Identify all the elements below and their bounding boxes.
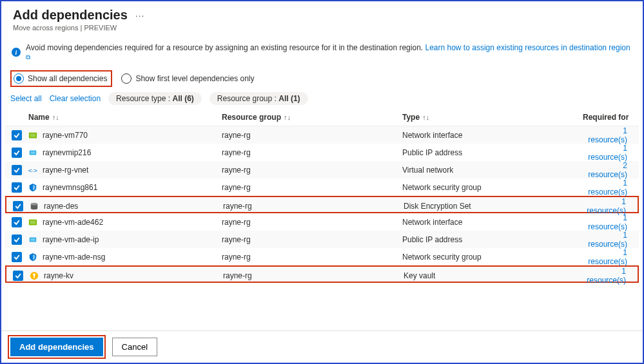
table-row[interactable]: raynevmip216 rayne-rg Public IP address … — [5, 144, 639, 161]
table-row[interactable]: rayne-vm-ade-ip rayne-rg Public IP addre… — [5, 231, 639, 248]
pip-icon — [28, 148, 37, 157]
row-type: Public IP address — [402, 235, 583, 244]
filter-row: Select all Clear selection Resource type… — [10, 92, 634, 105]
row-checkbox[interactable] — [12, 148, 22, 158]
row-checkbox[interactable] — [13, 271, 23, 281]
row-resource-group: rayne-rg — [222, 253, 402, 262]
row-checkbox[interactable] — [12, 235, 22, 245]
row-checkbox[interactable] — [12, 252, 22, 262]
radio-show-first-level[interactable]: Show first level dependencies only — [121, 73, 254, 84]
table-row[interactable]: rayne-vm-ade462 rayne-rg Network interfa… — [5, 213, 639, 231]
row-required-for-link[interactable]: 1 resource(s) — [583, 126, 632, 144]
row-type: Virtual network — [402, 166, 583, 175]
row-resource-group: rayne-rg — [222, 218, 402, 227]
row-name-cell: rayne-vm-ade462 — [28, 218, 222, 227]
row-name: raynevmip216 — [43, 148, 91, 157]
row-name-cell: rayne-kv — [30, 271, 223, 280]
sort-icon: ↑↓ — [422, 113, 429, 121]
info-icon: i — [12, 48, 21, 57]
table-row[interactable]: rayne-vm-ade-nsg rayne-rg Network securi… — [5, 248, 639, 265]
add-dependencies-panel: Add dependencies ··· Move across regions… — [0, 0, 644, 364]
svg-rect-9 — [31, 238, 35, 241]
col-resource-group[interactable]: Resource group↑↓ — [222, 113, 402, 122]
row-resource-group: rayne-rg — [222, 131, 402, 140]
row-type: Network interface — [402, 131, 583, 140]
svg-rect-3 — [31, 151, 35, 154]
row-resource-group: rayne-rg — [222, 235, 402, 244]
row-required-for-link[interactable]: 1 resource(s) — [583, 213, 632, 231]
row-name: rayne-kv — [44, 271, 73, 280]
row-required-for-link[interactable]: 2 resource(s) — [583, 161, 632, 179]
row-required-for-link[interactable]: 1 resource(s) — [584, 197, 631, 215]
more-icon[interactable]: ··· — [135, 10, 145, 21]
nic-icon — [28, 131, 37, 140]
table-row[interactable]: <·> rayne-rg-vnet rayne-rg Virtual netwo… — [5, 161, 639, 178]
row-required-for-link[interactable]: 1 resource(s) — [583, 231, 632, 249]
row-checkbox[interactable] — [13, 201, 23, 211]
row-checkbox[interactable] — [12, 217, 22, 227]
row-resource-group: rayne-rg — [222, 183, 402, 192]
svg-rect-7 — [30, 220, 36, 224]
row-checkbox[interactable] — [12, 182, 22, 193]
filter-resource-group[interactable]: Resource group : All (1) — [210, 92, 308, 105]
row-required-for-link[interactable]: 1 resource(s) — [583, 248, 632, 266]
table-row[interactable]: rayne-des rayne-rg Disk Encryption Set 1… — [5, 196, 639, 213]
sort-icon: ↑↓ — [284, 113, 291, 121]
radio-show-all[interactable]: Show all dependencies — [14, 73, 107, 84]
row-name: rayne-des — [44, 202, 78, 211]
row-name-cell: rayne-vm-ade-ip — [28, 235, 222, 244]
info-text: Avoid moving dependencies required for a… — [26, 43, 423, 52]
radio-unselected-icon — [121, 73, 132, 84]
table-header: Name↑↓ Resource group↑↓ Type↑↓ Required … — [5, 109, 639, 126]
page-subtitle: Move across regions | PREVIEW — [13, 24, 631, 32]
row-name: rayne-rg-vnet — [43, 166, 88, 175]
row-resource-group: rayne-rg — [222, 148, 402, 157]
kv-icon — [30, 271, 39, 280]
highlight-show-all: Show all dependencies — [10, 70, 112, 87]
filter-resource-type[interactable]: Resource type : All (6) — [108, 92, 202, 105]
svg-text:<·>: <·> — [28, 167, 37, 174]
des-icon — [30, 202, 39, 211]
svg-rect-1 — [30, 133, 36, 137]
table-body: rayne-vm770 rayne-rg Network interface 1… — [5, 126, 639, 283]
row-type: Key vault — [404, 271, 584, 280]
row-name: raynevmnsg861 — [43, 183, 97, 192]
row-name: rayne-vm-ade462 — [43, 218, 103, 227]
header: Add dependencies ··· Move across regions… — [1, 1, 643, 34]
nsg-icon — [28, 183, 37, 192]
col-type[interactable]: Type↑↓ — [402, 113, 583, 122]
table-row[interactable]: rayne-kv rayne-rg Key vault 1 resource(s… — [5, 265, 639, 283]
info-bar: i Avoid moving dependencies required for… — [12, 43, 632, 61]
row-name-cell: raynevmip216 — [28, 148, 222, 157]
row-type: Disk Encryption Set — [404, 202, 584, 211]
row-required-for-link[interactable]: 1 resource(s) — [584, 267, 631, 285]
footer: Add dependencies Cancel — [1, 330, 643, 363]
col-required-for[interactable]: Required for — [583, 113, 632, 122]
nic-icon — [28, 218, 37, 227]
row-required-for-link[interactable]: 1 resource(s) — [583, 144, 632, 162]
select-all-link[interactable]: Select all — [10, 94, 42, 103]
row-type: Public IP address — [402, 148, 583, 157]
cancel-button[interactable]: Cancel — [112, 338, 157, 356]
row-resource-group: rayne-rg — [223, 271, 404, 280]
row-checkbox[interactable] — [12, 130, 22, 140]
row-checkbox[interactable] — [12, 165, 22, 175]
row-name: rayne-vm-ade-ip — [43, 235, 99, 244]
row-name-cell: rayne-vm770 — [28, 131, 222, 140]
row-name: rayne-vm-ade-nsg — [43, 253, 105, 262]
svg-rect-12 — [34, 275, 35, 278]
col-name[interactable]: Name↑↓ — [28, 113, 222, 122]
page-title: Add dependencies — [13, 8, 128, 23]
table-row[interactable]: rayne-vm770 rayne-rg Network interface 1… — [5, 126, 639, 144]
add-dependencies-button[interactable]: Add dependencies — [10, 338, 103, 356]
pip-icon — [28, 235, 37, 244]
table-row[interactable]: raynevmnsg861 rayne-rg Network security … — [5, 178, 639, 196]
external-link-icon: ⧉ — [26, 53, 30, 61]
row-type: Network security group — [402, 253, 583, 262]
row-type: Network interface — [402, 218, 583, 227]
clear-selection-link[interactable]: Clear selection — [50, 94, 101, 103]
row-name-cell: rayne-vm-ade-nsg — [28, 253, 222, 262]
row-required-for-link[interactable]: 1 resource(s) — [583, 178, 632, 196]
sort-icon: ↑↓ — [52, 113, 59, 121]
radio-selected-icon — [14, 73, 24, 84]
